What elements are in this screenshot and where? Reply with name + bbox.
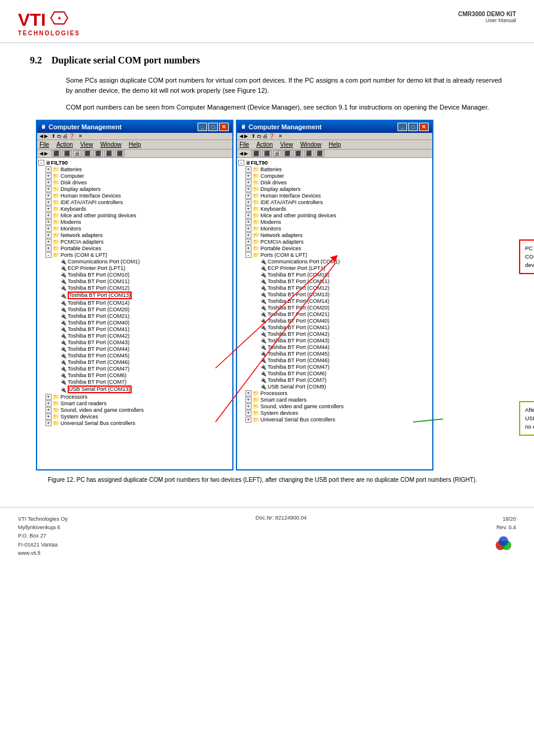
right-close-button[interactable]: ✕ — [419, 123, 429, 131]
r-menu-file[interactable]: File — [239, 141, 249, 148]
expand-icon[interactable]: + — [245, 206, 251, 212]
expand-icon[interactable]: + — [45, 394, 51, 400]
expand-icon[interactable]: + — [245, 403, 251, 409]
tree-label: Ports (COM & LPT) — [260, 252, 307, 258]
expand-icon[interactable]: + — [45, 414, 51, 420]
expand-icon[interactable]: + — [245, 226, 251, 232]
expand-icon[interactable]: + — [45, 420, 51, 426]
tree-item: 🔌Toshiba BT Port (COM12) — [38, 285, 231, 292]
tree-label: Network adapters — [260, 232, 303, 238]
expand-icon[interactable]: + — [245, 193, 251, 199]
right-window-controls[interactable]: _ □ ✕ — [398, 123, 429, 131]
r-btn4[interactable]: ⬛ — [283, 150, 292, 157]
expand-icon[interactable]: + — [245, 410, 251, 416]
expand-icon[interactable]: + — [45, 226, 51, 232]
expand-icon[interactable]: + — [45, 180, 51, 186]
r-menu-window[interactable]: Window — [300, 141, 321, 148]
expand-icon[interactable]: + — [245, 397, 251, 403]
btn4[interactable]: ⬛ — [83, 150, 92, 157]
r-menu-help[interactable]: Help — [329, 141, 341, 148]
expand-icon[interactable]: + — [45, 219, 51, 225]
r-btn2[interactable]: ⬛ — [262, 150, 272, 157]
maximize-button[interactable]: □ — [208, 123, 218, 131]
r-btn6[interactable]: ⬛ — [304, 150, 314, 157]
expand-icon[interactable]: + — [245, 212, 251, 218]
tree-node-icon: 🔌 — [260, 292, 266, 297]
expand-icon[interactable]: - — [45, 252, 51, 258]
btn5[interactable]: ⬛ — [93, 150, 103, 157]
nav-forward[interactable]: ▶ — [44, 151, 48, 156]
expand-icon[interactable]: + — [45, 239, 51, 245]
r-expand-icon[interactable]: - — [238, 160, 244, 166]
tree-label: Toshiba BT Port (COM43) — [268, 338, 329, 344]
expand-icon[interactable]: + — [245, 219, 251, 225]
right-maximize-button[interactable]: □ — [408, 123, 418, 131]
menu-window[interactable]: Window — [100, 141, 122, 148]
nav-back[interactable]: ◀ — [40, 151, 43, 156]
expand-icon[interactable]: + — [245, 232, 251, 238]
r-menu-action[interactable]: Action — [256, 141, 273, 148]
tree-label: Batteries — [60, 166, 82, 172]
tree-node-icon: 🔌 — [60, 326, 66, 332]
btn7[interactable]: ⬛ — [115, 150, 125, 157]
r-nav-forward[interactable]: ▶ — [244, 151, 248, 156]
r-btn1[interactable]: ⬛ — [251, 150, 261, 157]
expand-icon[interactable]: + — [45, 245, 51, 251]
expand-icon[interactable]: - — [38, 160, 44, 166]
expand-icon[interactable]: + — [245, 245, 251, 251]
tree-label: System devices — [60, 414, 98, 420]
menu-help[interactable]: Help — [129, 141, 141, 148]
tree-node-icon: 📁 — [53, 394, 59, 400]
tree-item: 🔌Toshiba BT Port (COM45) — [238, 351, 431, 357]
tree-label: Computer — [60, 173, 84, 179]
expand-icon[interactable]: - — [245, 252, 251, 258]
tree-node-icon: 📁 — [253, 206, 259, 212]
tree-label: Universal Serial Bus controllers — [260, 417, 335, 423]
expand-icon[interactable]: + — [45, 173, 51, 179]
r-menu-view[interactable]: View — [280, 141, 293, 148]
expand-icon[interactable]: + — [45, 232, 51, 238]
expand-icon[interactable]: + — [245, 186, 251, 192]
expand-icon[interactable]: + — [45, 186, 51, 192]
r-btn5[interactable]: ⬛ — [293, 150, 303, 157]
callout-bottom-text: After changing the demo to another USB p… — [525, 406, 534, 430]
expand-icon[interactable]: + — [245, 199, 251, 205]
expand-icon[interactable]: + — [245, 239, 251, 245]
expand-icon[interactable]: + — [45, 407, 51, 413]
minimize-button[interactable]: _ — [198, 123, 207, 131]
btn2[interactable]: ⬛ — [62, 150, 72, 157]
menu-view[interactable]: View — [80, 141, 93, 148]
left-tree: - 🖥 FILT90 +📁Batteries+📁Computer+📁Disk d… — [37, 158, 232, 469]
expand-icon[interactable]: + — [245, 390, 251, 396]
close-button[interactable]: ✕ — [219, 123, 229, 131]
left-window-controls[interactable]: _ □ ✕ — [198, 123, 229, 131]
expand-icon[interactable]: + — [45, 166, 51, 172]
btn3[interactable]: 🖨 — [73, 150, 81, 157]
expand-icon[interactable]: + — [45, 193, 51, 199]
r-btn3[interactable]: 🖨 — [273, 150, 281, 157]
tree-item: +📁Smart card readers — [238, 397, 431, 403]
menu-file[interactable]: File — [40, 141, 49, 148]
expand-icon[interactable]: + — [45, 206, 51, 212]
tree-item: +📁Display adapters — [38, 186, 231, 193]
menu-action[interactable]: Action — [56, 141, 73, 148]
expand-icon[interactable]: + — [245, 417, 251, 423]
right-minimize-button[interactable]: _ — [398, 123, 407, 131]
btn1[interactable]: ⬛ — [51, 150, 61, 157]
tree-item: +📁IDE ATA/ATAPI controllers — [38, 199, 231, 206]
expand-icon[interactable]: + — [245, 173, 251, 179]
r-btn7[interactable]: ⬛ — [315, 150, 324, 157]
tree-label: Toshiba BT Port (COM14) — [268, 298, 329, 304]
expand-icon[interactable]: + — [45, 212, 51, 218]
expand-icon[interactable]: + — [245, 180, 251, 186]
tree-item: +📁Network adapters — [38, 232, 231, 239]
tree-label: Toshiba BT Port (COM47) — [68, 366, 129, 372]
tree-item: +📁Modems — [238, 219, 431, 226]
expand-icon[interactable]: + — [45, 400, 51, 406]
page-content: 9.2 Duplicate serial COM port numbers So… — [0, 43, 534, 495]
r-nav-back[interactable]: ◀ — [239, 151, 243, 156]
expand-icon[interactable]: + — [245, 166, 251, 172]
tree-label: Toshiba BT Port (COM44) — [268, 344, 329, 350]
expand-icon[interactable]: + — [45, 199, 51, 205]
btn6[interactable]: ⬛ — [104, 150, 114, 157]
